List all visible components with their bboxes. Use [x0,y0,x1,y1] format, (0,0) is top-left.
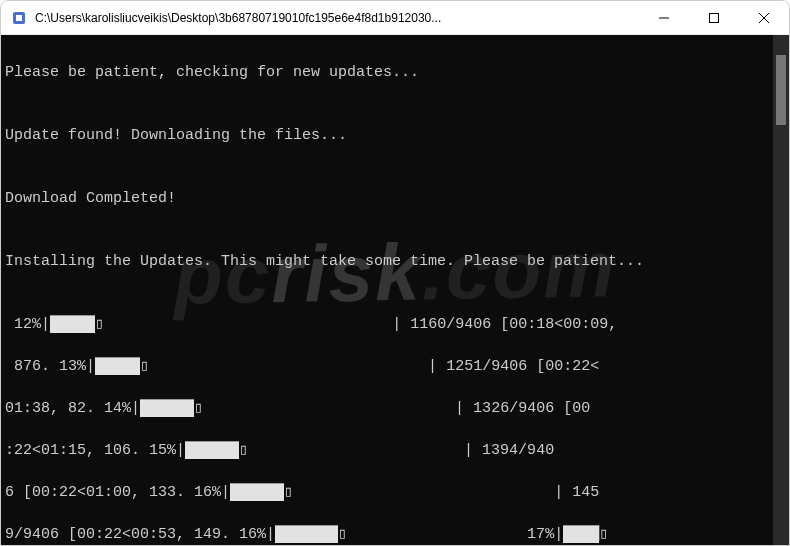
minimize-button[interactable] [639,1,689,35]
terminal-container: Please be patient, checking for new upda… [1,35,789,545]
window-title: C:\Users\karolisliucveikis\Desktop\3b687… [35,11,639,25]
progress-line: 876. 13%|█████▯ | 1251/9406 [00:22< [5,356,767,377]
app-window: C:\Users\karolisliucveikis\Desktop\3b687… [0,0,790,546]
progress-line: 6 [00:22<01:00, 133. 16%|██████▯ | 145 [5,482,767,503]
progress-line: 12%|█████▯ | 1160/9406 [00:18<00:09, [5,314,767,335]
vertical-scrollbar[interactable] [773,35,789,545]
svg-rect-1 [16,15,22,21]
progress-line: :22<01:15, 106. 15%|██████▯ | 1394/940 [5,440,767,461]
console-line: Update found! Downloading the files... [5,125,767,146]
progress-line: 01:38, 82. 14%|██████▯ | 1326/9406 [00 [5,398,767,419]
maximize-button[interactable] [689,1,739,35]
app-icon [11,10,27,26]
scrollbar-thumb[interactable] [776,55,786,125]
console-line: Please be patient, checking for new upda… [5,62,767,83]
title-bar[interactable]: C:\Users\karolisliucveikis\Desktop\3b687… [1,1,789,35]
console-line: Download Completed! [5,188,767,209]
close-button[interactable] [739,1,789,35]
progress-line: 9/9406 [00:22<00:53, 149. 16%|███████▯ 1… [5,524,767,545]
terminal-output[interactable]: Please be patient, checking for new upda… [1,35,773,545]
console-line: Installing the Updates. This might take … [5,251,767,272]
svg-rect-3 [710,13,719,22]
